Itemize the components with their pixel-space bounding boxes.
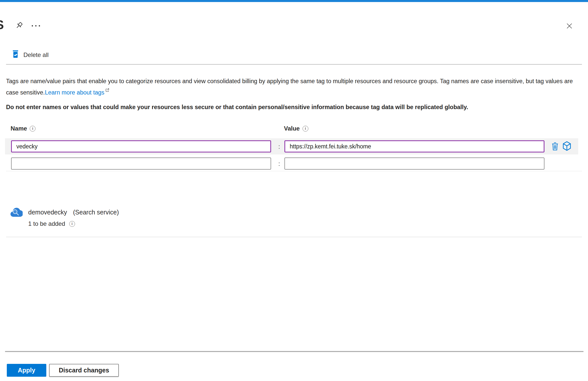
footer-divider xyxy=(5,351,583,352)
section-divider xyxy=(6,237,582,237)
more-icon xyxy=(32,25,33,26)
name-column-header: Name i xyxy=(11,125,35,132)
pushpin-icon xyxy=(14,21,24,31)
trash-icon xyxy=(551,148,559,151)
close-icon xyxy=(566,22,573,30)
external-link-icon xyxy=(105,86,110,95)
tag-value-input-1[interactable] xyxy=(284,140,544,152)
value-info-icon[interactable]: i xyxy=(303,126,308,132)
tags-description: Tags are name/value pairs that enable yo… xyxy=(6,77,583,97)
more-options-button[interactable] xyxy=(30,21,41,31)
search-service-icon xyxy=(10,207,23,218)
top-accent-bar xyxy=(0,0,588,2)
value-header-label: Value xyxy=(284,125,300,132)
pin-button[interactable] xyxy=(14,20,25,31)
page-title-partial: S xyxy=(0,19,4,31)
tag-name-input-1[interactable] xyxy=(11,140,271,152)
trash-check-icon xyxy=(12,50,19,59)
learn-more-link[interactable]: Learn more about tags xyxy=(45,89,104,96)
resource-status: 1 to be added xyxy=(28,220,65,227)
resource-type: (Search service) xyxy=(73,209,119,216)
status-info-icon[interactable]: i xyxy=(69,221,75,227)
tags-warning: Do not enter names or values that could … xyxy=(6,104,583,111)
discard-changes-button[interactable]: Discard changes xyxy=(49,364,119,377)
cube-icon xyxy=(562,148,571,152)
delete-all-label: Delete all xyxy=(23,51,49,58)
delete-all-button[interactable]: Delete all xyxy=(11,50,50,60)
apply-button[interactable]: Apply xyxy=(7,364,46,377)
toolbar-divider xyxy=(6,64,582,65)
resource-status-row: 1 to be added i xyxy=(28,220,75,227)
rows-divider xyxy=(6,171,582,171)
delete-tag-row-button[interactable] xyxy=(551,142,559,151)
name-header-label: Name xyxy=(11,125,27,132)
row1-separator: : xyxy=(276,143,282,150)
tag-value-input-2[interactable] xyxy=(284,157,544,170)
close-button[interactable] xyxy=(564,21,575,32)
name-info-icon[interactable]: i xyxy=(30,126,35,132)
tag-name-input-2[interactable] xyxy=(11,157,271,170)
tag-resource-button[interactable] xyxy=(562,141,571,152)
resource-name: demovedecky xyxy=(28,209,67,216)
row2-separator: : xyxy=(276,160,282,167)
resource-row: demovedecky (Search service) xyxy=(28,209,119,216)
value-column-header: Value i xyxy=(284,125,308,132)
